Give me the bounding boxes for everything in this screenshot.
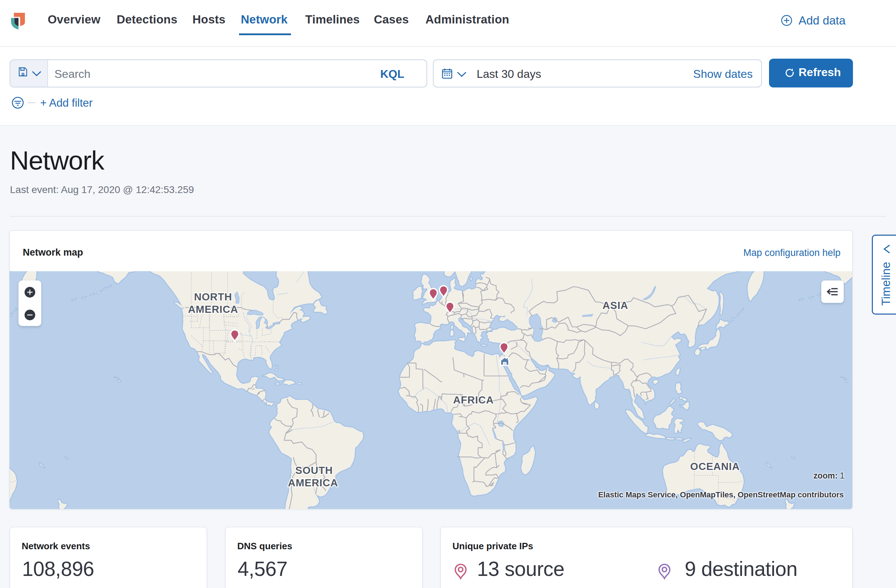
svg-text:ASIA: ASIA <box>603 300 628 311</box>
svg-text:AMERICA: AMERICA <box>188 304 238 315</box>
svg-text:NORTH: NORTH <box>194 291 232 302</box>
svg-text:SOUTH: SOUTH <box>295 465 333 476</box>
svg-text:AMERICA: AMERICA <box>288 477 338 488</box>
svg-text:AFRICA: AFRICA <box>453 394 494 406</box>
svg-text:OCEANIA: OCEANIA <box>690 461 739 472</box>
